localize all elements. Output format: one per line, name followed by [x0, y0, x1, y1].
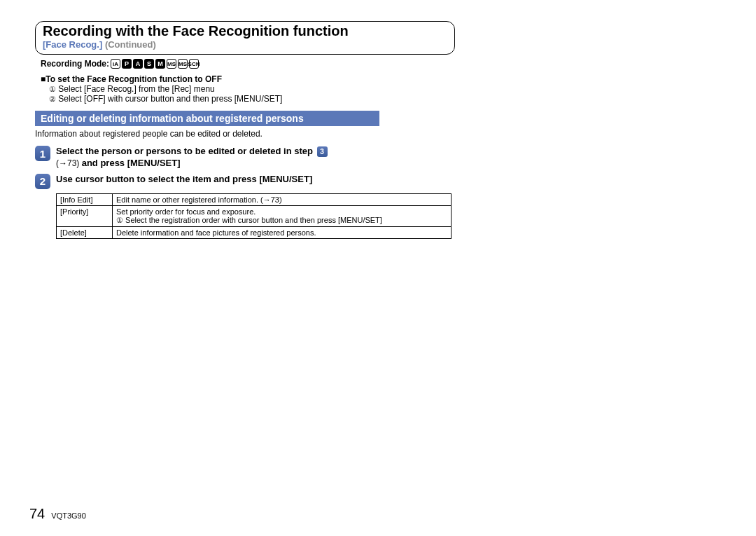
- table-row: [Delete] Delete information and face pic…: [57, 226, 451, 238]
- step-2-num: 2: [35, 174, 50, 189]
- mode-icon-m: M: [155, 59, 165, 69]
- table-row: [Info Edit] Edit name or other registere…: [57, 193, 451, 205]
- table-row: [Priority] Set priority order for focus …: [57, 205, 451, 226]
- cell-info-edit: [Info Edit]: [57, 193, 113, 205]
- step-1: 1 Select the person or persons to be edi…: [35, 146, 455, 170]
- page-title: Recording with the Face Recognition func…: [43, 23, 447, 39]
- page-footer: 74 VQT3G90: [29, 506, 86, 522]
- mode-icon-ms1: MS: [167, 59, 176, 69]
- mode-icon-p: P: [122, 59, 132, 69]
- cell-delete-desc: Delete information and face pictures of …: [113, 226, 451, 238]
- off-line2: ② Select [OFF] with cursor button and th…: [49, 94, 455, 104]
- cell-info-edit-desc: Edit name or other registered informatio…: [113, 193, 451, 205]
- mode-icon-scn: SCN: [189, 59, 199, 69]
- step-1-text: Select the person or persons to be edite…: [56, 146, 329, 170]
- step-2-text: Use cursor button to select the item and…: [56, 174, 312, 189]
- cell-delete: [Delete]: [57, 226, 113, 238]
- mode-icon-ms2: MS: [178, 59, 188, 69]
- subtitle: [Face Recog.] (Continued): [43, 39, 447, 50]
- page-number: 74: [29, 506, 45, 521]
- face-recog-tag: [Face Recog.]: [43, 39, 102, 50]
- mode-icon-s: S: [144, 59, 154, 69]
- recording-mode-row: Recording Mode: iA P A S M MS MS SCN: [41, 59, 455, 69]
- cell-priority: [Priority]: [57, 205, 113, 226]
- inline-step-ref-icon: 3: [317, 146, 328, 157]
- doc-code: VQT3G90: [51, 511, 86, 520]
- off-heading: ■To set the Face Recognition function to…: [41, 74, 455, 84]
- section-band: Editing or deleting information about re…: [35, 111, 379, 126]
- options-table: [Info Edit] Edit name or other registere…: [56, 193, 451, 239]
- title-box: Recording with the Face Recognition func…: [35, 21, 455, 55]
- cell-priority-desc: Set priority order for focus and exposur…: [113, 205, 451, 226]
- mode-icon-a: A: [133, 59, 143, 69]
- intro-text: Information about registered people can …: [35, 129, 455, 139]
- continued-label: (Continued): [105, 39, 156, 50]
- step-2: 2 Use cursor button to select the item a…: [35, 174, 455, 189]
- off-line1: ① Select [Face Recog.] from the [Rec] me…: [49, 84, 455, 94]
- step-1-num: 1: [35, 146, 50, 161]
- recording-mode-label: Recording Mode:: [41, 59, 109, 69]
- off-section: ■To set the Face Recognition function to…: [41, 74, 455, 104]
- mode-icon-ia: iA: [111, 59, 120, 69]
